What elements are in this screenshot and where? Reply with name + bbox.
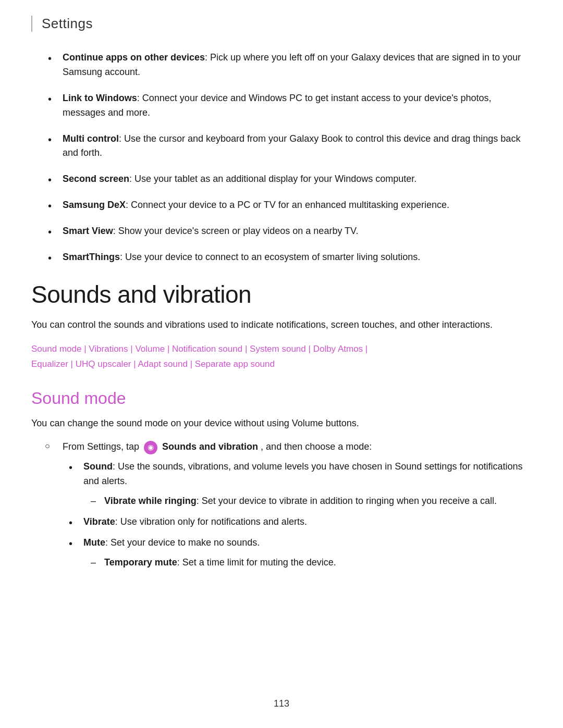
bullet-term: Samsung DeX <box>63 200 126 210</box>
list-item: Samsung DeX: Connect your device to a PC… <box>63 198 532 213</box>
list-item: Multi control: Use the cursor and keyboa… <box>63 132 532 161</box>
link-adapt-sound[interactable]: Adapt sound <box>138 359 187 369</box>
sound-mode-intro: You can change the sound mode on your de… <box>31 416 532 431</box>
list-item-vibrate: Vibrate: Use vibration only for notifica… <box>83 515 532 529</box>
list-item-from-settings: From Settings, tap Sounds and vibration … <box>63 440 532 570</box>
link-uhq-upscaler[interactable]: UHQ upscaler <box>76 359 131 369</box>
from-settings-suffix: , and then choose a mode: <box>261 441 372 452</box>
sound-mode-circle-list: From Settings, tap Sounds and vibration … <box>63 440 532 570</box>
mode-sound-desc: : Use the sounds, vibrations, and volume… <box>83 461 522 486</box>
links-row: Sound mode | Vibrations | Volume | Notif… <box>31 342 532 372</box>
link-sound-mode[interactable]: Sound mode <box>31 344 81 354</box>
page-title: Settings <box>42 16 93 31</box>
bullet-term: Second screen <box>63 174 129 184</box>
link-vibrations[interactable]: Vibrations <box>89 344 128 354</box>
mute-sub-list: Temporary mute: Set a time limit for mut… <box>104 556 532 570</box>
sounds-vibration-title: Sounds and vibration <box>31 280 532 309</box>
bullet-description: : Use your tablet as an additional displ… <box>129 174 417 184</box>
list-item-sound: Sound: Use the sounds, vibrations, and v… <box>83 460 532 509</box>
temporary-mute-desc: : Set a time limit for muting the device… <box>177 557 336 567</box>
bullet-description: : Use your device to connect to an ecosy… <box>120 252 420 262</box>
from-settings-prefix: From Settings, tap <box>63 441 142 452</box>
bullet-term: Continue apps on other devices <box>63 52 205 63</box>
page-number: 113 <box>0 698 563 709</box>
sound-mode-title: Sound mode <box>31 389 532 408</box>
sound-sub-list: Vibrate while ringing: Set your device t… <box>104 494 532 509</box>
link-volume[interactable]: Volume <box>135 344 165 354</box>
list-item-vibrate-ringing: Vibrate while ringing: Set your device t… <box>104 494 532 509</box>
mode-mute-desc: : Set your device to make no sounds. <box>105 537 260 548</box>
list-item: Link to Windows: Connect your device and… <box>63 91 532 120</box>
bullet-description: : Use the cursor and keyboard from your … <box>63 133 520 158</box>
link-notification-sound[interactable]: Notification sound <box>172 344 242 354</box>
link-separate-app-sound[interactable]: Separate app sound <box>195 359 275 369</box>
bullet-term: Link to Windows <box>63 93 137 103</box>
vibrate-ringing-desc: : Set your device to vibrate in addition… <box>197 496 497 506</box>
list-item: Continue apps on other devices: Pick up … <box>63 51 532 80</box>
temporary-mute-term: Temporary mute <box>104 557 177 567</box>
mode-list: Sound: Use the sounds, vibrations, and v… <box>83 460 532 570</box>
list-item: Smart View: Show your device's screen or… <box>63 224 532 239</box>
bullet-description: : Connect your device to a PC or TV for … <box>126 200 449 210</box>
bullet-description: : Show your device's screen or play vide… <box>113 226 359 236</box>
bullet-term: SmartThings <box>63 252 120 262</box>
bullet-term: Smart View <box>63 226 113 236</box>
link-system-sound[interactable]: System sound <box>250 344 306 354</box>
link-equalizer[interactable]: Equalizer <box>31 359 68 369</box>
list-item-mute: Mute: Set your device to make no sounds.… <box>83 536 532 570</box>
mode-vibrate-desc: : Use vibration only for notifications a… <box>115 516 307 527</box>
bullet-term: Multi control <box>63 133 119 144</box>
sounds-vibration-intro: You can control the sounds and vibration… <box>31 318 532 332</box>
mode-sound-term: Sound <box>83 461 113 472</box>
sounds-vibration-icon <box>144 441 157 454</box>
vibrate-ringing-term: Vibrate while ringing <box>104 496 197 506</box>
sounds-vibration-app-name: Sounds and vibration <box>162 441 258 452</box>
link-dolby-atmos[interactable]: Dolby Atmos <box>313 344 363 354</box>
mode-vibrate-term: Vibrate <box>83 516 115 527</box>
mode-mute-term: Mute <box>83 537 105 548</box>
top-bullet-list: Continue apps on other devices: Pick up … <box>63 51 532 265</box>
page-container: Settings Continue apps on other devices:… <box>0 0 563 728</box>
list-item: Second screen: Use your tablet as an add… <box>63 172 532 187</box>
list-item-temporary-mute: Temporary mute: Set a time limit for mut… <box>104 556 532 570</box>
header: Settings <box>31 16 532 32</box>
list-item: SmartThings: Use your device to connect … <box>63 250 532 265</box>
